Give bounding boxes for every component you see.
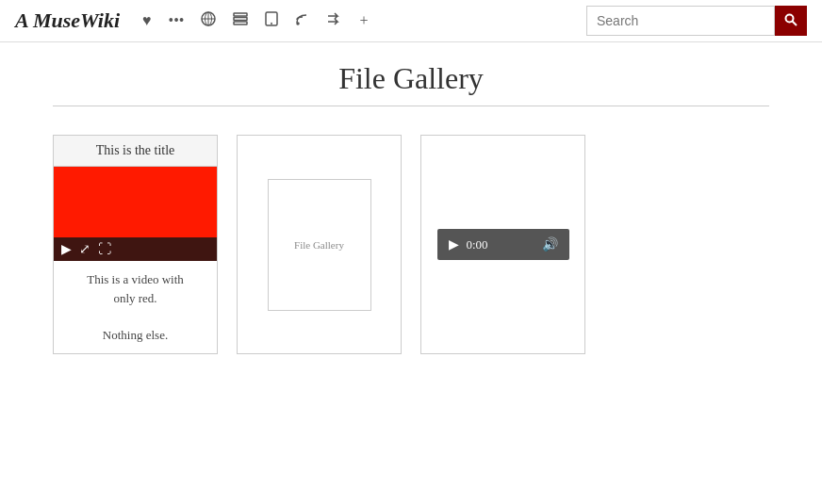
heart-icon[interactable]: ♥ — [139, 8, 156, 33]
audio-time: 0:00 — [467, 237, 488, 252]
svg-point-9 — [297, 23, 299, 24]
rss-icon[interactable] — [291, 8, 314, 34]
audio-volume-icon[interactable]: 🔊 — [542, 236, 558, 252]
shuffle-icon[interactable] — [323, 8, 346, 34]
main-content: File Gallery This is the title ▶ ⤢ ⛶ Thi… — [34, 42, 788, 373]
audio-card: ▶ 0:00 🔊 — [420, 135, 585, 354]
video-card: This is the title ▶ ⤢ ⛶ This is a video … — [53, 135, 218, 354]
header: A MuseWiki ♥ ••• + — [0, 0, 822, 42]
video-controls: ▶ ⤢ ⛶ — [54, 237, 217, 261]
page-title: File Gallery — [53, 61, 769, 96]
desc-line1: This is a video with — [87, 272, 184, 286]
globe-icon[interactable] — [197, 8, 220, 34]
svg-point-10 — [786, 14, 794, 22]
gallery: This is the title ▶ ⤢ ⛶ This is a video … — [53, 135, 769, 354]
svg-line-11 — [793, 21, 797, 25]
plus-icon[interactable]: + — [355, 8, 371, 33]
document-preview: File Gallery — [268, 179, 371, 311]
card-title: This is the title — [54, 136, 217, 167]
logo[interactable]: A MuseWiki — [15, 8, 120, 33]
svg-rect-4 — [234, 13, 247, 16]
svg-rect-5 — [234, 18, 247, 21]
video-fullscreen-icon[interactable]: ⛶ — [98, 242, 111, 257]
desc-line2: only red. — [113, 291, 156, 305]
search-button[interactable] — [775, 6, 807, 36]
more-icon[interactable]: ••• — [165, 8, 189, 33]
search-area — [586, 6, 807, 36]
layers-icon[interactable] — [229, 8, 252, 34]
desc-line3: Nothing else. — [103, 328, 168, 342]
video-expand-icon[interactable]: ⤢ — [79, 241, 90, 257]
audio-play-icon[interactable]: ▶ — [449, 236, 459, 252]
tablet-icon[interactable] — [261, 8, 282, 34]
document-card: File Gallery — [237, 135, 402, 354]
card-description: This is a video with only red. Nothing e… — [54, 261, 217, 353]
svg-rect-6 — [234, 22, 247, 24]
search-input[interactable] — [586, 6, 775, 36]
video-play-icon[interactable]: ▶ — [61, 241, 72, 257]
doc-label: File Gallery — [294, 239, 344, 251]
audio-player: ▶ 0:00 🔊 — [437, 229, 569, 260]
video-container: ▶ ⤢ ⛶ — [54, 167, 217, 261]
nav-icons: ♥ ••• + — [139, 8, 586, 34]
title-divider — [53, 106, 769, 106]
